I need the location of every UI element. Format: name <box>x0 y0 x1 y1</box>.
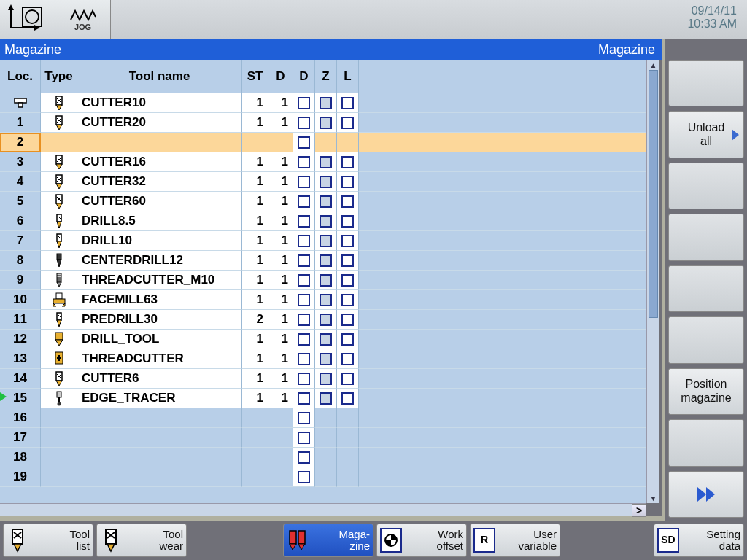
cell-z-check[interactable] <box>315 192 337 211</box>
vertical-scrollbar[interactable]: ▲ ▼ <box>646 60 659 503</box>
softkey-unload-all[interactable]: Unloadall <box>668 111 744 158</box>
cell-l-check[interactable] <box>337 251 359 271</box>
softkey-work-offset[interactable]: Workoffset <box>376 524 467 557</box>
cell-l-check[interactable] <box>337 330 359 349</box>
scroll-up-icon[interactable]: ▲ <box>647 60 659 70</box>
cell-type <box>41 271 77 290</box>
cell-d-check[interactable] <box>293 330 315 349</box>
table-row[interactable]: 15EDGE_TRACER11 <box>0 389 646 408</box>
cell-z-check[interactable] <box>315 428 337 448</box>
table-row[interactable]: 1CUTTER2011 <box>0 113 646 133</box>
cell-z-check[interactable] <box>315 330 337 349</box>
table-row[interactable]: 10FACEMILL6311 <box>0 290 646 310</box>
softkey-magazine[interactable]: Maga-zine <box>283 524 374 557</box>
cell-l-check[interactable] <box>337 369 359 389</box>
scrollbar-thumb[interactable] <box>649 70 658 318</box>
scroll-down-icon[interactable]: ▼ <box>647 493 659 503</box>
cell-d-check[interactable] <box>293 408 315 428</box>
cell-z-check[interactable] <box>315 310 337 330</box>
cell-d-check[interactable] <box>293 290 315 310</box>
table-row[interactable]: 13THREADCUTTER11 <box>0 349 646 369</box>
cell-z-check[interactable] <box>315 448 337 467</box>
cell-z-check[interactable] <box>315 271 337 290</box>
table-row[interactable]: 5CUTTER6011 <box>0 192 646 211</box>
softkey-setting-data[interactable]: SD Settingdata <box>654 524 744 557</box>
softkey-tool-wear[interactable]: Toolwear <box>96 524 187 557</box>
cell-l-check[interactable] <box>337 133 359 152</box>
horizontal-scrollbar[interactable]: > <box>0 503 646 516</box>
cell-d-check[interactable] <box>293 467 315 487</box>
cell-z-check[interactable] <box>315 211 337 231</box>
table-row[interactable]: 6DRILL8.511 <box>0 211 646 231</box>
cell-l-check[interactable] <box>337 310 359 330</box>
table-row[interactable]: 12DRILL_TOOL11 <box>0 330 646 349</box>
table-row[interactable]: 14CUTTER611 <box>0 369 646 389</box>
cell-d-check[interactable] <box>293 310 315 330</box>
table-row[interactable]: 17 <box>0 428 646 448</box>
cell-l-check[interactable] <box>337 349 359 369</box>
table-row[interactable]: 2 <box>0 133 646 152</box>
cell-loc: 13 <box>0 349 41 369</box>
cell-z-check[interactable] <box>315 152 337 172</box>
cell-z-check[interactable] <box>315 251 337 271</box>
cell-l-check[interactable] <box>337 428 359 448</box>
cell-d-check[interactable] <box>293 349 315 369</box>
scroll-right-button[interactable]: > <box>632 504 646 517</box>
cell-l-check[interactable] <box>337 211 359 231</box>
cell-d-check[interactable] <box>293 389 315 408</box>
table-row[interactable]: 3CUTTER1611 <box>0 152 646 172</box>
cell-z-check[interactable] <box>315 290 337 310</box>
softkey-tool-list[interactable]: Toollist <box>3 524 93 557</box>
cell-z-check[interactable] <box>315 172 337 192</box>
cell-z-check[interactable] <box>315 467 337 487</box>
cell-d-check[interactable] <box>293 448 315 467</box>
cell-d-check[interactable] <box>293 152 315 172</box>
table-row[interactable]: 7DRILL1011 <box>0 231 646 251</box>
arrow-right-icon <box>732 129 739 141</box>
table-row[interactable]: 18 <box>0 448 646 467</box>
cell-d-check[interactable] <box>293 271 315 290</box>
cell-l-check[interactable] <box>337 290 359 310</box>
cell-z-check[interactable] <box>315 133 337 152</box>
cell-l-check[interactable] <box>337 172 359 192</box>
cell-l-check[interactable] <box>337 113 359 133</box>
table-row[interactable]: 8CENTERDRILL1211 <box>0 251 646 271</box>
cell-l-check[interactable] <box>337 271 359 290</box>
cell-z-check[interactable] <box>315 369 337 389</box>
softkey-position-magazine[interactable]: Positionmagazine <box>668 368 744 415</box>
cell-d-check[interactable] <box>293 211 315 231</box>
cell-d-check[interactable] <box>293 231 315 251</box>
cell-d-check[interactable] <box>293 93 315 113</box>
table-row[interactable]: 11PREDRILL3021 <box>0 310 646 330</box>
softkey-user-variable[interactable]: R Uservariable <box>470 524 560 557</box>
cell-z-check[interactable] <box>315 113 337 133</box>
cell-l-check[interactable] <box>337 152 359 172</box>
svg-marker-69 <box>290 544 296 550</box>
table-row[interactable]: 16 <box>0 408 646 428</box>
cell-l-check[interactable] <box>337 93 359 113</box>
cell-d-check[interactable] <box>293 172 315 192</box>
cell-l-check[interactable] <box>337 389 359 408</box>
cell-z-check[interactable] <box>315 408 337 428</box>
table-row[interactable]: 19 <box>0 467 646 487</box>
cell-l-check[interactable] <box>337 467 359 487</box>
cell-l-check[interactable] <box>337 448 359 467</box>
cell-d-check[interactable] <box>293 369 315 389</box>
cell-d-check[interactable] <box>293 251 315 271</box>
cell-d-check[interactable] <box>293 428 315 448</box>
softkey-next[interactable] <box>668 471 744 518</box>
cell-l-check[interactable] <box>337 408 359 428</box>
cell-d-check[interactable] <box>293 192 315 211</box>
cell-l-check[interactable] <box>337 231 359 251</box>
cell-d: 1 <box>268 290 293 310</box>
cell-l-check[interactable] <box>337 192 359 211</box>
table-row[interactable]: CUTTER1011 <box>0 93 646 113</box>
table-row[interactable]: 9THREADCUTTER_M1011 <box>0 271 646 290</box>
cell-z-check[interactable] <box>315 349 337 369</box>
cell-z-check[interactable] <box>315 389 337 408</box>
table-row[interactable]: 4CUTTER3211 <box>0 172 646 192</box>
cell-z-check[interactable] <box>315 231 337 251</box>
cell-z-check[interactable] <box>315 93 337 113</box>
cell-d-check[interactable] <box>293 133 315 152</box>
cell-d-check[interactable] <box>293 113 315 133</box>
